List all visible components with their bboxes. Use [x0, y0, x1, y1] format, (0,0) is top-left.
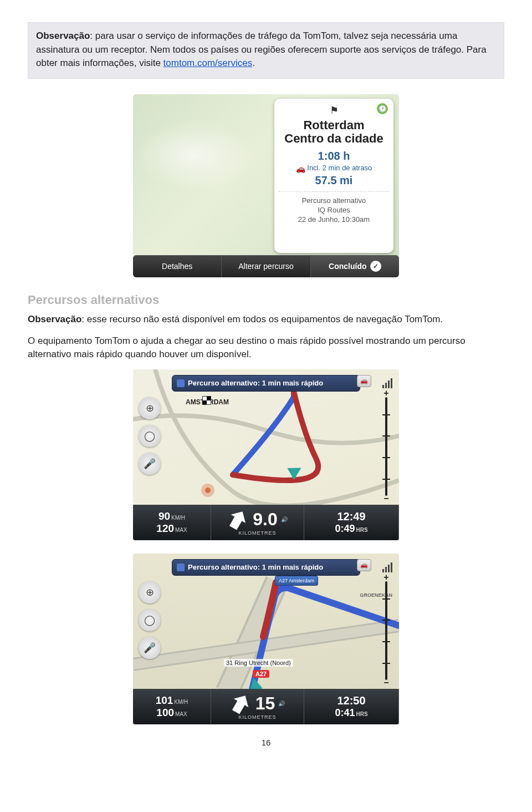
clock-time: 12:50	[337, 694, 365, 707]
distance-value: 15	[255, 693, 275, 714]
section-heading: Percursos alternativos	[28, 293, 504, 307]
exit-sign: A27 Amsterdam	[275, 576, 318, 586]
divider	[279, 191, 389, 192]
exit-sign-text: A27 Amsterdam	[279, 578, 314, 583]
note-text-2: .	[252, 58, 255, 68]
current-speed: 90	[158, 510, 170, 522]
alt-route-info: Percurso alternativo IQ Routes 22 de Jun…	[279, 196, 389, 225]
road-label: 31 Ring Utrecht (Noord)	[224, 659, 293, 667]
delay-row: 🚗 Incl. 2 min de atraso	[279, 164, 389, 173]
observation-box: Observação: para usar o serviço de infor…	[28, 22, 504, 79]
distance: 57.5 mi	[279, 174, 389, 187]
current-speed: 101	[156, 694, 173, 706]
zoom-track	[385, 581, 387, 680]
max-speed: 100	[156, 707, 174, 718]
zoom-track	[385, 397, 387, 496]
time-segment[interactable]: 12:49 0:49HRS	[304, 505, 399, 540]
remaining-time: 0:41	[335, 707, 355, 719]
page-number: 16	[28, 738, 504, 747]
alt-line-2: IQ Routes	[279, 206, 389, 215]
svg-point-1	[205, 488, 211, 493]
route-panel: ⚑ 🕐 Rotterdam Centro da cidade 1:08 h 🚗 …	[274, 99, 393, 253]
zoom-add-button[interactable]: ⊕	[139, 397, 161, 419]
distance-label: KILOMETRES	[238, 714, 276, 720]
destination-marker-icon	[202, 396, 211, 405]
traffic-toggle-button[interactable]: 🚗	[357, 375, 371, 387]
panel-buttons: Detalhes Alterar percurso Concluído ✓	[133, 255, 399, 277]
recenter-button[interactable]: ◯	[139, 609, 161, 631]
sound-icon: 🔊	[281, 516, 288, 522]
remaining-time: 0:49	[335, 523, 355, 535]
top-right-buttons: 🚗	[357, 375, 372, 388]
status-bar: 101KM/H 100MAX 15 🔊 KILOMETRES 12:50 0:4…	[133, 689, 399, 724]
sound-icon: 🔊	[278, 701, 285, 707]
speed-segment[interactable]: 90KM/H 120MAX	[133, 505, 211, 540]
clock-time: 12:49	[337, 510, 365, 523]
travel-time: 1:08 h	[279, 150, 389, 163]
nav-figure-3d: A27 Amsterdam GROENEKAN 31 Ring Utrecht …	[133, 554, 399, 724]
side-buttons: ⊕ ◯ 🎤	[139, 397, 161, 480]
alt-route-banner[interactable]: Percurso alternativo: 1 min mais rápido	[172, 559, 360, 576]
nav-figure-overview: AMSTERDAM Percurso alternativo: 1 min ma…	[133, 369, 399, 540]
note-label: Observação	[36, 31, 90, 41]
zoom-scale[interactable]: + −	[380, 577, 392, 684]
done-label: Concluído	[329, 262, 366, 271]
distance-segment[interactable]: 15 🔊 KILOMETRES	[211, 689, 304, 724]
section-paragraph: O equipamento TomTom o ajuda a chegar ao…	[28, 334, 504, 362]
alt-line-1: Percurso alternativo	[279, 196, 389, 206]
voice-button[interactable]: 🎤	[139, 453, 161, 475]
signal-strength-icon	[382, 559, 395, 572]
banner-text: Percurso alternativo: 1 min mais rápido	[188, 563, 323, 571]
done-button[interactable]: Concluído ✓	[310, 255, 399, 277]
destination-name-2: Centro da cidade	[279, 132, 389, 145]
speed-unit: KM/H	[171, 515, 185, 521]
road-shield: A27	[253, 670, 269, 678]
max-speed: 120	[156, 522, 174, 534]
direction-arrow-icon	[227, 509, 248, 530]
max-label: MAX	[175, 527, 187, 533]
direction-arrow-icon	[230, 693, 251, 714]
traffic-toggle-button[interactable]: 🚗	[357, 559, 371, 571]
zoom-minus-icon[interactable]: −	[382, 495, 391, 504]
banner-square-icon	[177, 379, 185, 387]
hrs-label: HRS	[356, 527, 367, 533]
destination-flag-icon: ⚑	[329, 104, 340, 115]
section-note-text: : esse recurso não está disponível em to…	[81, 314, 443, 324]
max-label: MAX	[175, 711, 187, 717]
speed-segment[interactable]: 101KM/H 100MAX	[133, 689, 211, 724]
distance-segment[interactable]: 9.0 🔊 KILOMETRES	[211, 505, 304, 540]
delay-text: Incl. 2 min de atraso	[307, 164, 372, 172]
section-note-label: Observação	[28, 314, 81, 324]
checkmark-icon: ✓	[370, 261, 381, 272]
zoom-scale[interactable]: + −	[380, 393, 392, 500]
details-button[interactable]: Detalhes	[133, 255, 221, 277]
change-route-button[interactable]: Alterar percurso	[221, 255, 310, 277]
recenter-button[interactable]: ◯	[139, 425, 161, 447]
route-summary-figure: ⚑ 🕐 Rotterdam Centro da cidade 1:08 h 🚗 …	[133, 94, 399, 277]
clock-icon: 🕐	[377, 103, 388, 114]
alt-line-3: 22 de Junho, 10:30am	[279, 215, 389, 225]
banner-square-icon	[177, 564, 185, 571]
distance-value: 9.0	[253, 509, 277, 530]
note-text-1: : para usar o serviço de informações de …	[36, 31, 487, 68]
banner-text: Percurso alternativo: 1 min mais rápido	[188, 379, 323, 387]
voice-button[interactable]: 🎤	[139, 637, 161, 659]
distance-label: KILOMETRES	[238, 530, 276, 536]
speed-unit: KM/H	[174, 699, 188, 705]
status-bar: 90KM/H 120MAX 9.0 🔊 KILOMETRES 12:49 0:4…	[133, 505, 399, 540]
destination-name-1: Rotterdam	[279, 119, 389, 132]
signal-strength-icon	[382, 375, 395, 388]
zoom-add-button[interactable]: ⊕	[139, 581, 161, 603]
hrs-label: HRS	[356, 711, 367, 717]
section-note: Observação: esse recurso não está dispon…	[28, 313, 504, 327]
tomtom-services-link[interactable]: tomtom.com/services	[163, 58, 253, 68]
zoom-minus-icon[interactable]: −	[382, 679, 391, 688]
top-right-buttons: 🚗	[357, 559, 372, 572]
alt-route-banner[interactable]: Percurso alternativo: 1 min mais rápido	[172, 375, 360, 392]
time-segment[interactable]: 12:50 0:41HRS	[304, 689, 399, 724]
side-buttons: ⊕ ◯ 🎤	[139, 581, 161, 664]
traffic-car-icon: 🚗	[296, 164, 305, 173]
